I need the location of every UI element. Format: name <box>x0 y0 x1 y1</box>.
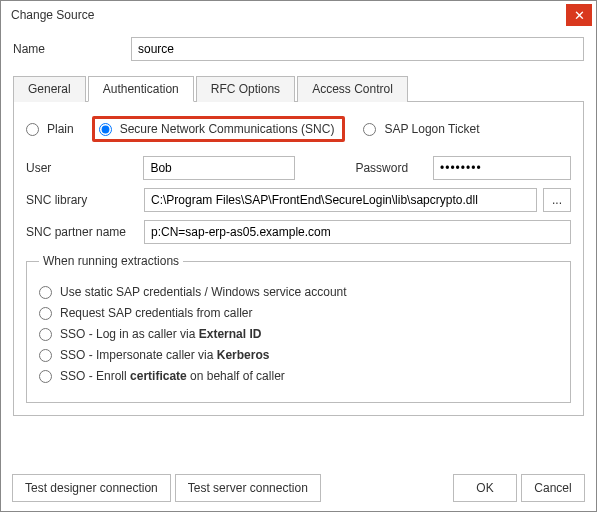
radio-ticket-label: SAP Logon Ticket <box>384 122 479 136</box>
opt-static-label: Use static SAP credentials / Windows ser… <box>60 285 347 299</box>
auth-mode-ticket[interactable]: SAP Logon Ticket <box>363 122 479 136</box>
test-server-button[interactable]: Test server connection <box>175 474 321 502</box>
tab-authentication[interactable]: Authentication <box>88 76 194 102</box>
radio-ext-kerberos[interactable] <box>39 349 52 362</box>
browse-snc-library-button[interactable]: ... <box>543 188 571 212</box>
snc-partner-input[interactable] <box>144 220 571 244</box>
auth-mode-snc[interactable]: Secure Network Communications (SNC) <box>92 116 346 142</box>
close-icon: ✕ <box>574 8 585 23</box>
close-button[interactable]: ✕ <box>566 4 592 26</box>
extractions-fieldset: When running extractions Use static SAP … <box>26 254 571 403</box>
radio-plain-label: Plain <box>47 122 74 136</box>
tab-access-control[interactable]: Access Control <box>297 76 408 102</box>
radio-ticket[interactable] <box>363 123 376 136</box>
name-input[interactable] <box>131 37 584 61</box>
ok-button[interactable]: OK <box>453 474 517 502</box>
radio-plain[interactable] <box>26 123 39 136</box>
opt-request-label: Request SAP credentials from caller <box>60 306 253 320</box>
password-label: Password <box>355 161 433 175</box>
user-label: User <box>26 161 143 175</box>
snc-library-input[interactable] <box>144 188 537 212</box>
tab-rfc-options[interactable]: RFC Options <box>196 76 295 102</box>
tab-general[interactable]: General <box>13 76 86 102</box>
radio-ext-certificate[interactable] <box>39 370 52 383</box>
window-title: Change Source <box>11 8 566 22</box>
snc-library-label: SNC library <box>26 193 144 207</box>
opt-certificate-label: SSO - Enroll certificate on behalf of ca… <box>60 369 285 383</box>
auth-panel: Plain Secure Network Communications (SNC… <box>13 102 584 416</box>
snc-partner-label: SNC partner name <box>26 225 144 239</box>
tab-bar: General Authentication RFC Options Acces… <box>13 75 584 102</box>
name-label: Name <box>13 42 131 56</box>
auth-mode-plain[interactable]: Plain <box>26 122 74 136</box>
test-designer-button[interactable]: Test designer connection <box>12 474 171 502</box>
radio-snc[interactable] <box>99 123 112 136</box>
extractions-legend: When running extractions <box>39 254 183 268</box>
opt-kerberos-label: SSO - Impersonate caller via Kerberos <box>60 348 269 362</box>
radio-snc-label: Secure Network Communications (SNC) <box>120 122 335 136</box>
cancel-button[interactable]: Cancel <box>521 474 585 502</box>
radio-ext-static[interactable] <box>39 286 52 299</box>
radio-ext-externalid[interactable] <box>39 328 52 341</box>
radio-ext-request[interactable] <box>39 307 52 320</box>
ellipsis-icon: ... <box>552 193 562 207</box>
password-input[interactable] <box>433 156 571 180</box>
user-input[interactable] <box>143 156 295 180</box>
opt-externalid-label: SSO - Log in as caller via External ID <box>60 327 261 341</box>
